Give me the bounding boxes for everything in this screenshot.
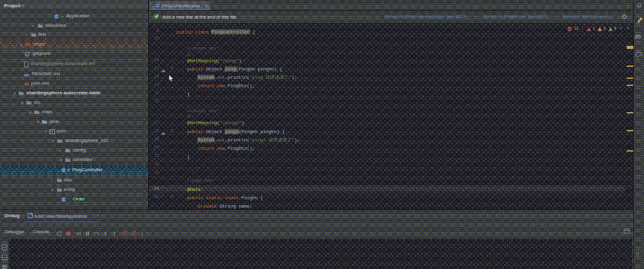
svg-text:C: C — [156, 4, 159, 8]
svg-text:C: C — [55, 14, 58, 18]
svg-text:C: C — [62, 168, 65, 172]
svg-text:C: C — [62, 197, 65, 201]
